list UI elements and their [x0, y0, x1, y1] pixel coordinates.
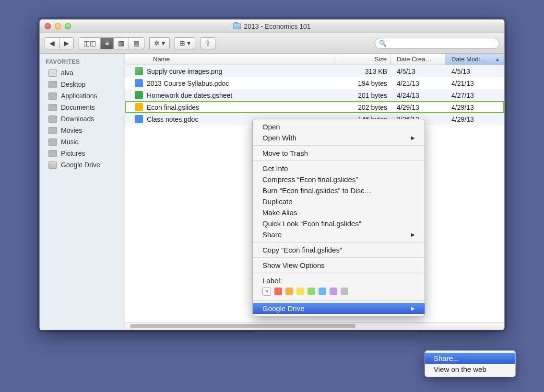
menu-item-compress-econ-final-gslides[interactable]: Compress “Econ final.gslides”	[253, 174, 425, 185]
sidebar-item-pictures[interactable]: Pictures	[40, 148, 125, 159]
sort-ascending-icon: ▲	[495, 57, 500, 62]
menu-item-copy-econ-final-gslides[interactable]: Copy “Econ final.gslides”	[253, 244, 425, 255]
sidebar-item-google-drive[interactable]: Google Drive	[40, 159, 125, 171]
action-menu: ✲ ▾	[149, 37, 170, 49]
file-row[interactable]: Econ final.gslides202 bytes4/29/134/29/1…	[125, 101, 504, 113]
search-icon: 🔍	[379, 40, 387, 47]
menu-item-get-info[interactable]: Get Info	[253, 163, 425, 174]
label-color-swatch[interactable]	[285, 288, 293, 295]
submenu-item-share[interactable]: Share...	[425, 353, 515, 364]
menu-item-burn-econ-final-gslides-to-disc[interactable]: Burn “Econ final.gslides” to Disc…	[253, 185, 425, 196]
window-title: 2013 - Economics 101	[244, 23, 310, 30]
file-name: Class notes.gdoc	[147, 115, 198, 123]
action-button[interactable]: ✲ ▾	[149, 37, 170, 49]
label-color-swatch[interactable]	[319, 288, 326, 295]
downloads-icon	[48, 115, 57, 123]
sidebar: FAVORITES alvaDesktopApplicationsDocumen…	[40, 54, 125, 330]
sidebar-item-applications[interactable]: Applications	[40, 90, 125, 102]
coverflow-view-button[interactable]: ▤	[129, 37, 144, 49]
arrange-button[interactable]: ⊞ ▾	[175, 37, 195, 49]
sidebar-item-music[interactable]: Music	[40, 136, 125, 148]
toolbar: ◀ ▶ ◫◫ ≡ ▥ ▤ ✲ ▾ ⊞ ▾ ⇪ 🔍	[40, 33, 504, 54]
sidebar-item-documents[interactable]: Documents	[40, 102, 125, 113]
docs-icon	[48, 104, 57, 111]
view-buttons: ◫◫ ≡ ▥ ▤	[79, 37, 144, 49]
column-view-button[interactable]: ▥	[113, 37, 129, 49]
column-date-modified[interactable]: Date Modi… ▲	[446, 54, 504, 65]
menu-item-duplicate[interactable]: Duplicate	[253, 196, 425, 207]
file-size: 201 bytes	[334, 92, 391, 99]
file-date-created: 4/21/13	[391, 80, 446, 87]
sidebar-item-label: Documents	[61, 104, 95, 111]
menu-item-open[interactable]: Open	[253, 121, 425, 132]
apps-icon	[48, 92, 57, 100]
search-field[interactable]: 🔍	[375, 38, 499, 49]
file-date-created: 4/24/13	[391, 92, 446, 99]
file-row[interactable]: 2013 Course Syllabus.gdoc194 bytes4/21/1…	[125, 77, 504, 89]
label-color-swatch[interactable]	[274, 288, 282, 295]
label-color-row: ×	[253, 286, 425, 299]
file-name: Homework due dates.gsheet	[147, 92, 232, 99]
label-color-swatch[interactable]	[307, 288, 315, 295]
sidebar-section-header: FAVORITES	[40, 58, 125, 67]
scrollbar-thumb[interactable]	[130, 324, 355, 328]
file-name: Econ final.gslides	[147, 104, 199, 111]
folder-icon	[233, 23, 241, 29]
back-button[interactable]: ◀	[45, 37, 59, 49]
file-date-modified: 4/5/13	[446, 68, 504, 75]
search-input[interactable]	[389, 39, 495, 47]
file-size: 194 bytes	[334, 80, 391, 87]
desktop-icon	[48, 81, 57, 88]
column-size[interactable]: Size	[334, 54, 391, 65]
nav-buttons: ◀ ▶	[45, 37, 74, 49]
traffic-lights	[45, 23, 71, 29]
file-date-created: 4/29/13	[391, 104, 446, 111]
file-row[interactable]: Homework due dates.gsheet201 bytes4/24/1…	[125, 89, 504, 101]
sidebar-item-desktop[interactable]: Desktop	[40, 79, 125, 90]
file-date-modified: 4/29/13	[446, 104, 504, 111]
menu-item-open-with[interactable]: Open With	[253, 132, 425, 143]
arrange-menu: ⊞ ▾	[175, 37, 195, 49]
sidebar-item-label: Google Drive	[61, 161, 100, 169]
label-color-swatch[interactable]	[296, 288, 304, 295]
sidebar-item-alva[interactable]: alva	[40, 67, 125, 79]
menu-item-share[interactable]: Share	[253, 229, 425, 240]
icon-view-button[interactable]: ◫◫	[79, 37, 101, 49]
label-clear-button[interactable]: ×	[262, 287, 271, 296]
file-type-icon	[135, 103, 143, 111]
share-button[interactable]: ⇪	[200, 37, 215, 49]
file-type-icon	[135, 91, 143, 99]
column-name[interactable]: Name	[125, 54, 334, 65]
minimize-window-button[interactable]	[55, 23, 61, 29]
file-size: 202 bytes	[334, 104, 391, 111]
sidebar-item-label: Pictures	[61, 150, 85, 157]
file-date-modified: 4/21/13	[446, 80, 504, 87]
menu-item-show-view-options[interactable]: Show View Options	[253, 260, 425, 271]
label-color-swatch[interactable]	[330, 288, 337, 295]
sidebar-item-label: Desktop	[61, 81, 85, 88]
sidebar-item-movies[interactable]: Movies	[40, 125, 125, 136]
home-icon	[48, 69, 57, 77]
sidebar-item-downloads[interactable]: Downloads	[40, 113, 125, 125]
column-date-created[interactable]: Date Crea…	[391, 54, 446, 65]
close-window-button[interactable]	[45, 23, 51, 29]
folder-icon	[48, 161, 57, 169]
horizontal-scrollbar[interactable]	[125, 322, 504, 330]
file-size: 313 KB	[334, 68, 391, 75]
file-row[interactable]: Supply curve images.png313 KB4/5/134/5/1…	[125, 65, 504, 77]
zoom-window-button[interactable]	[65, 23, 71, 29]
menu-item-make-alias[interactable]: Make Alias	[253, 207, 425, 218]
label-color-swatch[interactable]	[341, 288, 348, 295]
menu-label-header: Label:	[253, 275, 425, 286]
menu-item-move-to-trash[interactable]: Move to Trash	[253, 148, 425, 159]
menu-item-google-drive[interactable]: Google Drive	[253, 303, 425, 314]
menu-item-quick-look-econ-final-gslides[interactable]: Quick Look “Econ final.gslides”	[253, 218, 425, 229]
sidebar-item-label: Downloads	[61, 115, 94, 123]
list-view-button[interactable]: ≡	[100, 37, 114, 49]
file-date-created: 4/5/13	[391, 68, 446, 75]
forward-button[interactable]: ▶	[59, 37, 74, 49]
file-type-icon	[135, 115, 143, 123]
file-type-icon	[135, 67, 143, 75]
file-date-modified: 4/27/13	[446, 92, 504, 99]
submenu-item-view-on-the-web[interactable]: View on the web	[425, 364, 515, 375]
